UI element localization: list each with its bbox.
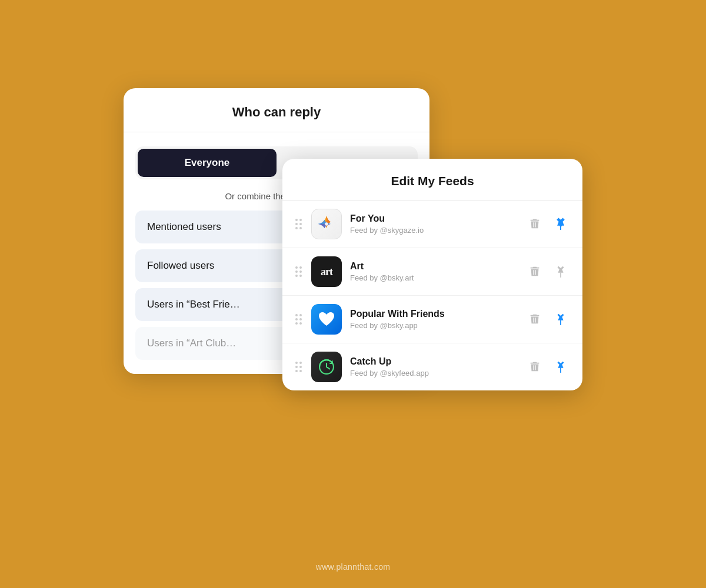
drag-handle[interactable] <box>294 264 303 279</box>
feed-list: For You Feed by @skygaze.io <box>282 201 582 390</box>
for-you-info: For You Feed by @skygaze.io <box>350 213 517 235</box>
popular-feed-icon <box>311 304 342 335</box>
emf-title: Edit My Feeds <box>297 174 568 188</box>
popular-info: Popular With Friends Feed by @bsky.app <box>350 309 517 330</box>
svg-point-0 <box>325 222 328 225</box>
catchup-actions <box>525 357 571 377</box>
wcr-header: Who can reply <box>124 88 429 132</box>
art-pin-button[interactable] <box>551 262 571 282</box>
popular-delete-button[interactable] <box>525 309 545 329</box>
feed-item-art: art Art Feed by @bsky.art <box>282 248 582 296</box>
edit-feeds-card: Edit My Feeds <box>282 159 582 390</box>
art-by: Feed by @bsky.art <box>350 273 517 282</box>
catchup-feed-icon <box>311 352 342 382</box>
feed-item-popular: Popular With Friends Feed by @bsky.app <box>282 296 582 343</box>
for-you-pin-button[interactable] <box>551 214 571 234</box>
art-info: Art Feed by @bsky.art <box>350 261 517 282</box>
feed-item-for-you: For You Feed by @skygaze.io <box>282 201 582 248</box>
catchup-by: Feed by @skyfeed.app <box>350 369 517 377</box>
art-actions <box>525 262 571 282</box>
everyone-button[interactable]: Everyone <box>138 149 277 177</box>
for-you-delete-button[interactable] <box>525 214 545 234</box>
art-delete-button[interactable] <box>525 262 545 282</box>
emf-header: Edit My Feeds <box>282 159 582 201</box>
feed-item-catchup: Catch Up Feed by @skyfeed.app <box>282 343 582 390</box>
drag-handle[interactable] <box>294 359 303 375</box>
popular-pin-button[interactable] <box>551 309 571 329</box>
for-you-name: For You <box>350 213 517 224</box>
drag-handle[interactable] <box>294 312 303 327</box>
catchup-pin-button[interactable] <box>551 357 571 377</box>
popular-name: Popular With Friends <box>350 309 517 319</box>
art-name: Art <box>350 261 517 272</box>
catchup-name: Catch Up <box>350 356 517 367</box>
for-you-actions <box>525 214 571 234</box>
drag-handle[interactable] <box>294 216 303 232</box>
for-you-feed-icon <box>311 209 342 239</box>
popular-by: Feed by @bsky.app <box>350 321 517 330</box>
catchup-info: Catch Up Feed by @skyfeed.app <box>350 356 517 377</box>
art-feed-icon: art <box>311 256 342 287</box>
popular-actions <box>525 309 571 329</box>
wcr-title: Who can reply <box>135 105 418 120</box>
cards-container: Who can reply Everyone Nobody Or combine… <box>124 88 582 500</box>
catchup-delete-button[interactable] <box>525 357 545 377</box>
for-you-by: Feed by @skygaze.io <box>350 226 517 235</box>
watermark: www.plannthat.com <box>316 562 391 572</box>
